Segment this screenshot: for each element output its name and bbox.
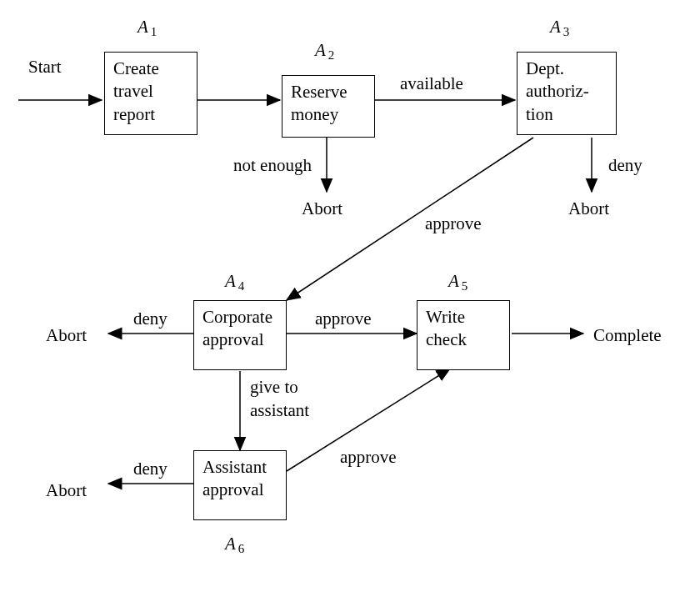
node-a1: Create travel report (104, 52, 198, 135)
node-a6-id: A6 (225, 534, 244, 554)
label-abort-2: Abort (568, 198, 609, 219)
node-a2-id: A2 (315, 40, 334, 61)
label-start: Start (28, 57, 62, 78)
node-a5-text: Write check (426, 306, 501, 352)
node-a5-id: A5 (448, 271, 468, 292)
label-not-enough: not enough (233, 155, 312, 176)
node-a3-id: A3 (550, 17, 569, 38)
label-approve-3: approve (340, 447, 397, 468)
label-approve-2: approve (315, 309, 372, 329)
label-complete: Complete (593, 325, 662, 346)
node-a4-id: A4 (225, 271, 244, 292)
label-available: available (400, 73, 463, 94)
node-a2-text: Reserve money (291, 81, 366, 127)
node-a4: Corporate approval (193, 300, 287, 370)
node-a3: Dept. authoriz- tion (517, 52, 617, 135)
node-a1-text: Create travel report (113, 58, 188, 126)
label-deny-2: deny (133, 309, 168, 329)
label-abort-1: Abort (302, 198, 342, 219)
node-a2: Reserve money (282, 75, 375, 138)
node-a1-id: A1 (138, 17, 157, 38)
label-deny-3: deny (133, 459, 168, 479)
label-assistant: assistant (250, 400, 309, 421)
node-a6: Assistant approval (193, 450, 287, 520)
label-approve-1: approve (425, 213, 482, 234)
node-a4-text: Corporate approval (202, 306, 278, 352)
label-give-to: give to (250, 377, 298, 398)
node-a5: Write check (417, 300, 510, 370)
flow-diagram: A1 Create travel report A2 Reserve money… (0, 0, 700, 612)
label-deny-1: deny (608, 155, 642, 176)
node-a6-text: Assistant approval (202, 456, 278, 502)
label-abort-3: Abort (46, 325, 87, 346)
label-abort-4: Abort (46, 480, 87, 501)
node-a3-text: Dept. authoriz- tion (526, 58, 608, 126)
